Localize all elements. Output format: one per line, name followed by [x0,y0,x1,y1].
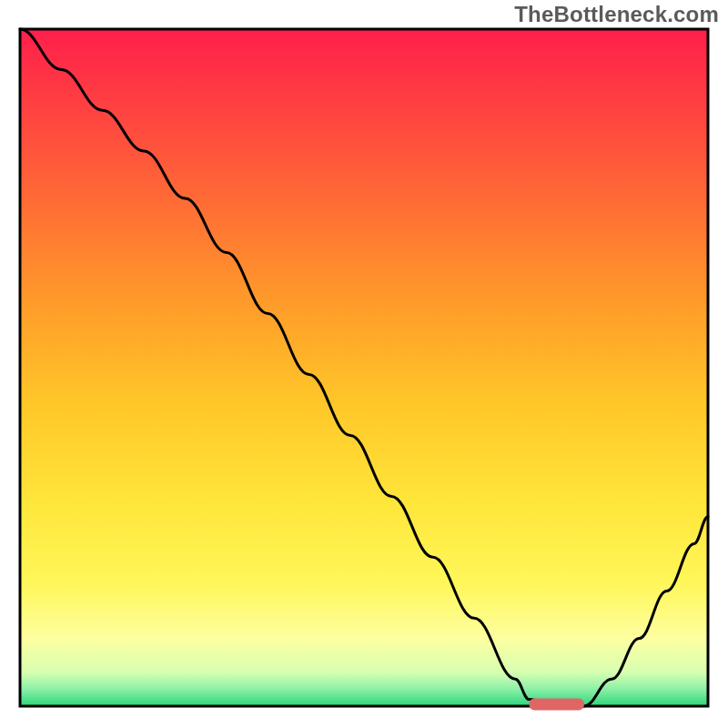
chart-svg [0,0,728,728]
optimal-marker [529,699,583,711]
watermark-text: TheBottleneck.com [514,2,719,27]
chart-container: TheBottleneck.com [0,0,728,728]
